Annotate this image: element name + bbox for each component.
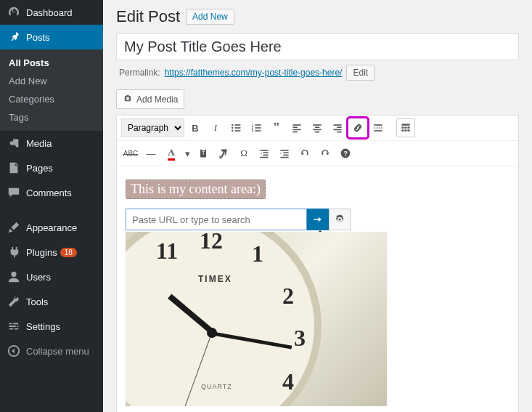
sidebar-item-media[interactable]: Media [0,131,103,155]
help-button[interactable]: ? [336,144,355,163]
indent-button[interactable] [275,144,294,163]
add-media-label: Add Media [136,94,178,105]
permalink-label: Permalink: [119,68,160,78]
sidebar-label: Comments [26,187,72,198]
sidebar-item-settings[interactable]: Settings [0,314,103,339]
svg-rect-15 [255,130,261,132]
page-title: Edit Post [116,7,180,26]
link-button[interactable] [348,118,367,137]
clear-format-button[interactable] [214,144,233,163]
svg-rect-19 [292,132,297,133]
clock-quartz: QUARTZ [201,383,232,390]
outdent-button[interactable] [255,144,274,163]
undo-button[interactable] [295,144,314,163]
svg-rect-20 [313,124,321,126]
sidebar-item-dashboard[interactable]: Dashboard [0,0,103,25]
main-content: Edit Post Add New Permalink: https://fat… [103,0,532,412]
link-apply-button[interactable] [307,209,329,230]
sidebar-item-comments[interactable]: Comments [0,180,103,205]
submenu-tags[interactable]: Tags [0,108,103,126]
camera-icon [123,93,133,105]
second-hand [181,334,212,406]
readmore-button[interactable] [369,118,388,137]
sidebar-item-appearance[interactable]: Appearance [0,215,103,240]
align-left-button[interactable] [287,118,306,137]
posts-submenu: All Posts Add New Categories Tags [0,49,103,131]
editor-content[interactable]: This is my content area:) Link options 1… [117,166,518,412]
page-icon [7,161,20,174]
plug-icon [7,246,20,259]
blockquote-button[interactable]: " [267,118,286,137]
svg-rect-26 [333,129,341,131]
svg-point-4 [232,124,233,126]
sidebar-item-users[interactable]: Users [0,264,103,289]
post-title-input[interactable] [116,33,519,60]
sidebar-label: Appearance [26,222,77,233]
svg-point-6 [232,127,233,129]
svg-rect-48 [280,157,288,158]
svg-rect-7 [234,127,240,129]
align-right-button[interactable] [328,118,347,137]
italic-button[interactable]: I [206,118,225,137]
svg-rect-31 [401,124,409,125]
svg-rect-18 [292,129,300,131]
bullet-list-button[interactable] [226,118,245,137]
sidebar-label: Media [26,138,52,149]
svg-point-3 [126,97,129,100]
svg-rect-42 [263,152,268,153]
clock-center [207,328,217,338]
media-icon [7,137,20,150]
clock-number: 11 [156,238,178,264]
svg-rect-35 [401,129,404,131]
textcolor-dropdown[interactable]: ▾ [182,144,192,163]
sidebar-item-tools[interactable]: Tools [0,289,103,314]
submenu-add-new[interactable]: Add New [0,72,103,90]
sidebar-item-pages[interactable]: Pages [0,155,103,180]
format-select[interactable]: Paragraph [121,118,184,137]
svg-rect-17 [292,126,297,128]
sliders-icon [7,320,20,333]
collapse-menu[interactable]: Collapse menu [0,339,103,363]
special-char-button[interactable]: Ω [234,144,253,163]
textcolor-button[interactable]: A [162,144,181,163]
align-center-button[interactable] [308,118,327,137]
sidebar-label: Collapse menu [26,346,89,357]
content-image[interactable]: 11 12 1 2 3 4 TIMEX QUARTZ [126,232,387,406]
number-list-button[interactable]: 123 [247,118,266,137]
svg-rect-37 [407,129,409,131]
svg-rect-47 [283,155,288,156]
strikethrough-button[interactable]: ABC [121,144,140,163]
add-media-button[interactable]: Add Media [116,89,184,109]
svg-point-8 [232,130,233,132]
svg-rect-33 [404,126,406,128]
clock-brand: TIMEX [198,274,232,284]
submenu-all-posts[interactable]: All Posts [0,54,103,72]
toolbar-toggle-button[interactable] [396,118,415,137]
submenu-categories[interactable]: Categories [0,90,103,108]
svg-rect-24 [333,124,341,126]
bold-button[interactable]: B [186,118,205,137]
add-new-button[interactable]: Add New [186,9,234,25]
link-url-input[interactable] [126,209,307,230]
svg-rect-44 [260,157,268,158]
link-options-button[interactable] [329,209,351,230]
sidebar-item-posts[interactable]: Posts [0,25,103,49]
svg-rect-13 [255,127,261,129]
edit-permalink-button[interactable]: Edit [346,65,375,81]
selected-text[interactable]: This is my content area:) [126,179,266,199]
svg-rect-29 [374,127,382,129]
svg-rect-41 [260,150,268,151]
minute-hand [213,332,292,350]
clock-number: 1 [252,241,263,267]
sidebar-label: Users [26,272,51,283]
editor-container: Paragraph B I 123 " ABC — A ▾ T [116,115,519,412]
redo-button[interactable] [316,144,335,163]
permalink-url[interactable]: https://fatthemes.com/my-post-title-goes… [165,68,343,78]
svg-rect-25 [337,126,341,128]
svg-rect-36 [404,129,406,131]
svg-rect-16 [292,124,300,126]
paste-text-button[interactable]: T [194,144,213,163]
sidebar-item-plugins[interactable]: Plugins 18 [0,240,103,264]
clock-number: 12 [200,232,223,254]
hr-button[interactable]: — [142,144,160,163]
